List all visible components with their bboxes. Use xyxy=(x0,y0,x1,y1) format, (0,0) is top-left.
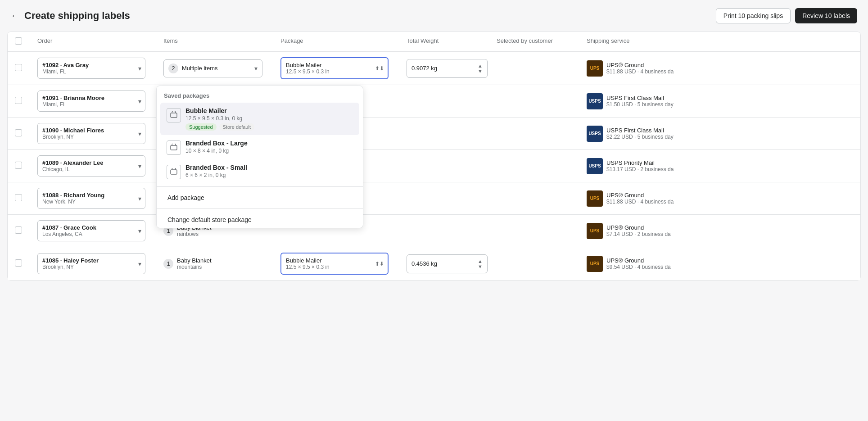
weight-field[interactable]: 0.9072 kg ▲▼ xyxy=(407,59,488,78)
service-info: UPS® Ground $9.54 USD · 4 business da xyxy=(606,257,671,270)
order-dropdown[interactable]: #1090 · Michael Flores Brooklyn, NY ▾ xyxy=(37,123,145,144)
order-id: #1087 · Grace Cook xyxy=(42,224,140,231)
weight-field[interactable]: 0.4536 kg ▲▼ xyxy=(407,254,488,273)
order-dropdown-arrow: ▾ xyxy=(138,65,141,72)
items-count: 1 xyxy=(163,259,173,269)
service-name: UPS® Ground xyxy=(606,224,671,231)
change-default-package-action[interactable]: Change default store package xyxy=(157,212,363,228)
order-location: Miami, FL xyxy=(42,101,140,108)
table-row: #1091 · Brianna Moore Miami, FL ▾ 1 Foot… xyxy=(8,85,860,118)
package-option-bubble-mailer[interactable]: Bubble Mailer 12.5 × 9.5 × 0.3 in, 0 kg … xyxy=(160,103,359,135)
col-checkbox xyxy=(15,37,37,46)
service-info: USPS First Class Mail $2.22 USD · 5 busi… xyxy=(606,127,674,140)
col-weight: Total Weight xyxy=(407,37,497,46)
shipping-service: USPS USPS Priority Mail $13.17 USD · 2 b… xyxy=(587,158,853,174)
order-dropdown-arrow: ▾ xyxy=(138,130,141,137)
order-id: #1091 · Brianna Moore xyxy=(42,95,140,101)
row-checkbox[interactable] xyxy=(15,226,22,234)
shipping-service: USPS USPS First Class Mail $2.22 USD · 5… xyxy=(587,126,853,142)
service-name: UPS® Ground xyxy=(606,62,674,68)
col-shipping-service: Shipping service xyxy=(587,37,853,46)
order-location: Brooklyn, NY xyxy=(42,134,140,140)
popup-item-name-2: Branded Box - Large xyxy=(185,140,353,147)
order-id: #1085 · Haley Foster xyxy=(42,257,140,264)
svg-rect-2 xyxy=(171,170,177,174)
package-icon-2 xyxy=(167,140,181,155)
package-option-branded-small[interactable]: Branded Box - Small 6 × 6 × 2 in, 0 kg xyxy=(160,159,359,184)
service-price: $1.50 USD · 5 business day xyxy=(606,101,674,108)
items-dropdown[interactable]: 2 Multiple items ▾ xyxy=(163,59,262,77)
orders-table: Order Items Package Total Weight Selecte… xyxy=(7,32,861,281)
order-dropdown[interactable]: #1088 · Richard Young New York, NY ▾ xyxy=(37,188,145,209)
ups-logo: UPS xyxy=(587,256,603,272)
service-price: $9.54 USD · 4 business da xyxy=(606,264,671,270)
service-info: UPS® Ground $7.14 USD · 2 business da xyxy=(606,224,671,237)
order-dropdown[interactable]: #1089 · Alexander Lee Chicago, IL ▾ xyxy=(37,155,145,177)
popup-item-content-2: Branded Box - Large 10 × 8 × 4 in, 0 kg xyxy=(185,140,353,154)
items-sub: mountains xyxy=(177,264,212,270)
items-label: Multiple items xyxy=(182,65,251,72)
usps-logo: USPS xyxy=(587,93,603,109)
row-checkbox[interactable] xyxy=(15,64,22,71)
usps-logo: USPS xyxy=(587,126,603,142)
review-labels-button[interactable]: Review 10 labels xyxy=(795,8,857,23)
service-name: UPS® Ground xyxy=(606,257,671,264)
ups-logo: UPS xyxy=(587,60,603,77)
back-button[interactable]: ← xyxy=(11,11,19,21)
add-package-action[interactable]: Add package xyxy=(157,190,363,206)
shipping-service: UPS UPS® Ground $9.54 USD · 4 business d… xyxy=(587,256,853,272)
service-price: $13.17 USD · 2 business da xyxy=(606,166,674,172)
order-dropdown[interactable]: #1085 · Haley Foster Brooklyn, NY ▾ xyxy=(37,253,145,274)
order-dropdown[interactable]: #1092 · Ava Gray Miami, FL ▾ xyxy=(37,58,145,79)
row-checkbox[interactable] xyxy=(15,259,22,267)
items-count: 2 xyxy=(168,63,178,73)
shipping-service: UPS UPS® Ground $11.88 USD · 4 business … xyxy=(587,190,853,207)
row-checkbox[interactable] xyxy=(15,194,22,201)
row-checkbox-cell xyxy=(15,162,37,170)
row-checkbox-cell xyxy=(15,194,37,203)
service-name: USPS First Class Mail xyxy=(606,127,674,134)
popup-item-dims-2: 10 × 8 × 4 in, 0 kg xyxy=(185,148,353,154)
print-packing-slips-button[interactable]: Print 10 packing slips xyxy=(716,8,791,23)
order-dropdown-arrow: ▾ xyxy=(138,98,141,105)
service-info: USPS First Class Mail $1.50 USD · 5 busi… xyxy=(606,95,674,108)
page-title: Create shipping labels xyxy=(24,10,130,22)
service-price: $11.88 USD · 4 business da xyxy=(606,199,674,205)
package-option-branded-large[interactable]: Branded Box - Large 10 × 8 × 4 in, 0 kg xyxy=(160,135,359,159)
popup-item-content: Bubble Mailer 12.5 × 9.5 × 0.3 in, 0 kg … xyxy=(185,107,353,131)
row-checkbox-cell xyxy=(15,259,37,268)
row-checkbox[interactable] xyxy=(15,162,22,169)
order-dropdown-arrow: ▾ xyxy=(138,195,141,202)
order-dropdown[interactable]: #1091 · Brianna Moore Miami, FL ▾ xyxy=(37,91,145,112)
package-dropdown[interactable]: Bubble Mailer 12.5 × 9.5 × 0.3 in ⬆⬇ xyxy=(280,253,389,275)
package-dims: 12.5 × 9.5 × 0.3 in xyxy=(286,68,383,75)
row-checkbox-cell xyxy=(15,64,37,72)
table-row: #1090 · Michael Flores Brooklyn, NY ▾ 2 … xyxy=(8,118,860,150)
svg-rect-0 xyxy=(171,113,177,118)
ups-logo: UPS xyxy=(587,223,603,239)
table-row: #1092 · Ava Gray Miami, FL ▾ 2 Multiple … xyxy=(8,52,860,85)
col-selected-customer: Selected by customer xyxy=(497,37,587,46)
popup-divider-2 xyxy=(157,208,363,209)
select-all-checkbox[interactable] xyxy=(15,37,22,45)
row-checkbox[interactable] xyxy=(15,97,22,104)
service-name: UPS® Ground xyxy=(606,192,674,199)
package-dropdown[interactable]: Bubble Mailer 12.5 × 9.5 × 0.3 in ⬆⬇ xyxy=(280,57,389,79)
table-row: #1088 · Richard Young New York, NY ▾ 2 M… xyxy=(8,182,860,215)
items-sub: rainbows xyxy=(177,231,212,237)
order-dropdown-arrow: ▾ xyxy=(138,163,141,170)
row-checkbox-cell xyxy=(15,226,37,235)
row-checkbox[interactable] xyxy=(15,129,22,136)
service-price: $11.88 USD · 4 business da xyxy=(606,68,674,75)
package-name: Bubble Mailer xyxy=(286,62,383,68)
svg-rect-1 xyxy=(171,145,177,150)
weight-arrows: ▲▼ xyxy=(478,258,483,269)
header-right: Print 10 packing slips Review 10 labels xyxy=(716,8,857,23)
weight-value: 0.9072 kg xyxy=(411,65,437,72)
order-id: #1090 · Michael Flores xyxy=(42,127,140,134)
weight-value: 0.4536 kg xyxy=(411,260,437,267)
package-dims: 12.5 × 9.5 × 0.3 in xyxy=(286,264,383,270)
order-dropdown[interactable]: #1087 · Grace Cook Los Angeles, CA ▾ xyxy=(37,220,145,241)
table-row: #1085 · Haley Foster Brooklyn, NY ▾ 1 Ba… xyxy=(8,247,860,280)
table-row: #1087 · Grace Cook Los Angeles, CA ▾ 1 B… xyxy=(8,215,860,247)
